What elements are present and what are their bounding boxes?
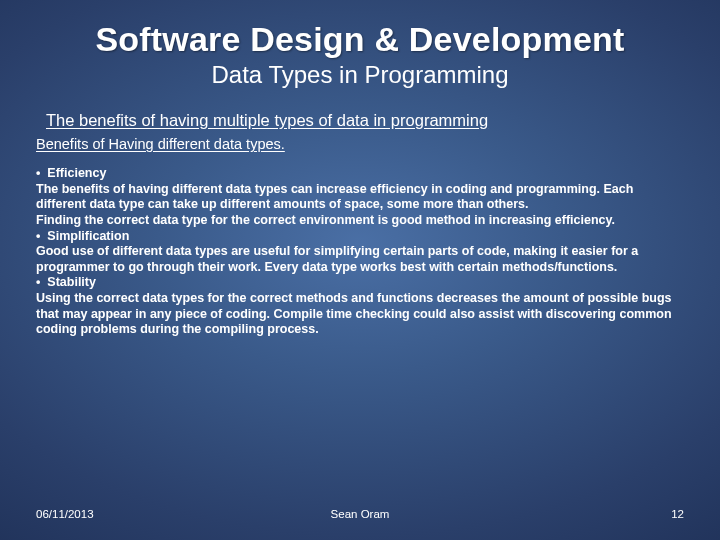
bullet-text: Good use of different data types are use… [36,244,674,275]
footer-author: Sean Oram [331,508,390,520]
bullet-text: The benefits of having different data ty… [36,182,674,229]
bullet-label: • Simplification [36,229,674,245]
footer-date: 06/11/2013 [36,508,94,520]
body-content: • Efficiency The benefits of having diff… [36,166,674,338]
slide-tagline: The benefits of having multiple types of… [46,111,684,130]
section-heading: Benefits of Having different data types. [36,136,684,152]
slide-container: Software Design & Development Data Types… [0,0,720,540]
slide-subtitle: Data Types in Programming [36,61,684,89]
footer: 06/11/2013 Sean Oram 12 [36,508,684,520]
bullet-label: • Efficiency [36,166,674,182]
slide-title: Software Design & Development [36,20,684,59]
footer-page: 12 [671,508,684,520]
bullet-text: Using the correct data types for the cor… [36,291,674,338]
bullet-label: • Stability [36,275,674,291]
